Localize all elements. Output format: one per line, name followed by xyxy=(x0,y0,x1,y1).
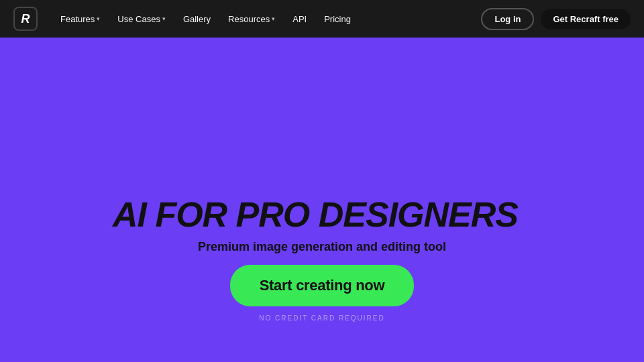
start-creating-button[interactable]: Start creating now xyxy=(230,265,415,306)
no-credit-label: NO CREDIT CARD REQUIRED xyxy=(259,314,385,322)
nav-item-pricing[interactable]: Pricing xyxy=(317,10,358,28)
nav-item-use-cases[interactable]: Use Cases ▾ xyxy=(111,10,172,28)
hero-title: AI FOR PRO DESIGNERS xyxy=(113,196,518,233)
nav-actions: Log in Get Recraft free xyxy=(481,8,631,30)
navbar: R Features ▾ Use Cases ▾ Gallery Resourc… xyxy=(0,0,644,38)
chevron-down-icon: ▾ xyxy=(97,15,100,22)
nav-item-gallery[interactable]: Gallery xyxy=(176,10,217,28)
logo-letter: R xyxy=(21,12,30,26)
nav-item-api[interactable]: API xyxy=(286,10,313,28)
hero-section: AI FOR PRO DESIGNERS Premium image gener… xyxy=(0,0,644,362)
hero-content: AI FOR PRO DESIGNERS Premium image gener… xyxy=(126,196,518,322)
nav-item-features[interactable]: Features ▾ xyxy=(54,10,107,28)
hero-subtitle: Premium image generation and editing too… xyxy=(198,240,446,254)
logo[interactable]: R xyxy=(13,7,38,31)
nav-links: Features ▾ Use Cases ▾ Gallery Resources… xyxy=(54,10,465,28)
chevron-down-icon: ▾ xyxy=(272,15,275,22)
login-button[interactable]: Log in xyxy=(481,8,534,30)
get-recraft-free-button[interactable]: Get Recraft free xyxy=(541,9,631,29)
nav-item-resources[interactable]: Resources ▾ xyxy=(221,10,282,28)
chevron-down-icon: ▾ xyxy=(162,15,166,22)
